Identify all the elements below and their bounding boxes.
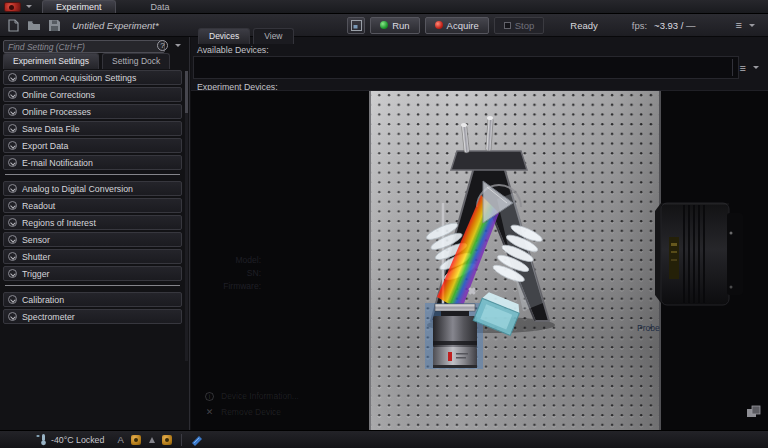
- setting-sensor[interactable]: Sensor: [3, 232, 182, 247]
- setting-label: Sensor: [22, 235, 50, 245]
- setting-calibration[interactable]: Calibration: [3, 292, 182, 307]
- chevron-down-icon: [8, 201, 17, 210]
- save-icon[interactable]: [48, 19, 61, 32]
- chevron-down-icon: [8, 269, 17, 278]
- question-mark-icon: ?: [157, 40, 168, 51]
- stop-button[interactable]: Stop: [494, 17, 545, 34]
- chevron-down-icon: [8, 124, 17, 133]
- open-folder-icon[interactable]: [27, 19, 41, 32]
- chevron-down-icon: [8, 252, 17, 261]
- orange-status-icon-2[interactable]: [162, 435, 172, 445]
- setting-label: Regions of Interest: [22, 218, 96, 228]
- devices-panel: Devices View Available Devices: ≡ Experi…: [191, 37, 768, 430]
- tab-experiment-settings[interactable]: Experiment Settings: [3, 53, 99, 69]
- camera-lens-device[interactable]: [655, 203, 743, 305]
- acquire-label: Acquire: [447, 20, 479, 31]
- available-devices-label: Available Devices:: [197, 45, 269, 55]
- tab-data[interactable]: Data: [138, 0, 183, 13]
- available-devices-menu-button[interactable]: ≡: [732, 59, 763, 76]
- chevron-down-icon: [8, 158, 17, 167]
- setting-spectrometer[interactable]: Spectrometer: [3, 309, 182, 324]
- tab-setting-dock[interactable]: Setting Dock: [102, 53, 170, 69]
- triangle-status-icon[interactable]: [149, 437, 155, 443]
- scrollbar-thumb[interactable]: [185, 71, 188, 113]
- settings-panel-tabs: Experiment Settings Setting Dock: [0, 53, 170, 69]
- chevron-down-icon: [8, 312, 17, 321]
- chevron-down-icon: [8, 90, 17, 99]
- settings-group-divider: [5, 285, 180, 286]
- app-menu-caret-icon[interactable]: [26, 5, 32, 8]
- setting-online-processes[interactable]: Online Processes: [3, 104, 182, 119]
- setting-label: E-mail Notification: [22, 158, 93, 168]
- toolbar-menu-button[interactable]: ≡: [736, 19, 759, 31]
- app-logo-icon[interactable]: [4, 2, 21, 12]
- setting-shutter[interactable]: Shutter: [3, 249, 182, 264]
- setting-analog-to-digital-conversion[interactable]: Analog to Digital Conversion: [3, 181, 182, 196]
- stop-icon: [504, 22, 511, 29]
- setting-trigger[interactable]: Trigger: [3, 266, 182, 281]
- hamburger-icon: ≡: [736, 19, 742, 31]
- preview-icon: [351, 20, 362, 31]
- setting-export-data[interactable]: Export Data: [3, 138, 182, 153]
- canvas-view-options-icon[interactable]: [745, 403, 761, 419]
- setting-online-corrections[interactable]: Online Corrections: [3, 87, 182, 102]
- find-setting-input[interactable]: [3, 40, 165, 53]
- setting-label: Readout: [22, 201, 55, 211]
- chevron-down-icon: [8, 141, 17, 150]
- help-button[interactable]: ?: [157, 40, 185, 51]
- temperature-text: -40°C Locked: [51, 435, 104, 445]
- setting-label: Export Data: [22, 141, 68, 151]
- menu-caret-icon: [749, 24, 755, 27]
- tab-experiment[interactable]: Experiment: [42, 0, 116, 13]
- chevron-down-icon: [8, 218, 17, 227]
- run-icon: [380, 21, 388, 29]
- setting-label: Shutter: [22, 252, 50, 262]
- probe-label: Probe: [637, 323, 660, 333]
- fps-label: fps:: [632, 20, 647, 31]
- acquire-icon: [435, 21, 443, 29]
- letter-a-status-icon[interactable]: A: [117, 434, 123, 445]
- help-caret-icon: [175, 44, 181, 47]
- setting-label: Trigger: [22, 269, 50, 279]
- devices-panel-tabs: Devices View: [195, 28, 294, 44]
- setting-email-notification[interactable]: E-mail Notification: [3, 155, 182, 170]
- fps-readout: fps: ~3.93 / —: [632, 20, 696, 31]
- blue-signal-icon[interactable]: [191, 434, 203, 446]
- run-button[interactable]: Run: [370, 17, 419, 34]
- statusbar: -40°C Locked A: [0, 430, 768, 448]
- setting-readout[interactable]: Readout: [3, 198, 182, 213]
- chevron-down-icon: [8, 184, 17, 193]
- setting-label: Online Corrections: [22, 90, 95, 100]
- settings-panel: ? Experiment Settings Setting Dock Commo…: [0, 37, 190, 430]
- new-experiment-icon[interactable]: [7, 19, 20, 32]
- camera-device-selected[interactable]: [425, 303, 483, 369]
- tab-view[interactable]: View: [253, 28, 293, 44]
- preview-display-button[interactable]: [347, 17, 365, 34]
- setting-label: Save Data File: [22, 124, 80, 134]
- setting-label: Spectrometer: [22, 312, 75, 322]
- experiment-devices-canvas[interactable]: Model: SN: Firmware: i Device Informatio…: [191, 90, 768, 430]
- toolbar: Untitled Experiment* Run Acquire Stop Re…: [0, 14, 768, 37]
- setting-regions-of-interest[interactable]: Regions of Interest: [3, 215, 182, 230]
- spectrograph-illustration: [191, 91, 768, 430]
- setting-save-data-file[interactable]: Save Data File: [3, 121, 182, 136]
- setting-label: Calibration: [22, 295, 64, 305]
- chevron-down-icon: [8, 295, 17, 304]
- acquire-button[interactable]: Acquire: [425, 17, 489, 34]
- chevron-down-icon: [8, 107, 17, 116]
- temperature-status[interactable]: -40°C Locked: [36, 433, 104, 446]
- settings-scrollbar[interactable]: [185, 71, 188, 361]
- tab-devices[interactable]: Devices: [198, 28, 250, 44]
- available-devices-list[interactable]: [193, 56, 739, 79]
- setting-common-acquisition-settings[interactable]: Common Acquisition Settings: [3, 70, 182, 85]
- settings-group-divider: [5, 174, 180, 175]
- hamburger-icon: ≡: [740, 62, 746, 74]
- titlebar: Experiment Data: [0, 0, 768, 14]
- status-text: Ready: [570, 20, 597, 31]
- orange-status-icon-1[interactable]: [131, 435, 141, 445]
- settings-list: Common Acquisition Settings Online Corre…: [3, 70, 182, 326]
- thermometer-icon: [36, 433, 47, 446]
- document-title: Untitled Experiment*: [72, 20, 159, 31]
- chevron-down-icon: [8, 235, 17, 244]
- setting-label: Analog to Digital Conversion: [22, 184, 133, 194]
